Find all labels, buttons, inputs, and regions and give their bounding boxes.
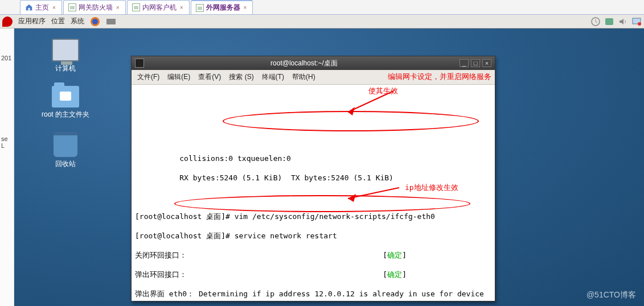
- watermark: @51CTO博客: [586, 290, 636, 300]
- desktop[interactable]: 201 se L 计算机 root 的主文件夹 回收站 root@localho…: [0, 28, 644, 306]
- vm-tab-label: 主页: [35, 3, 49, 13]
- volume-icon[interactable]: [618, 16, 628, 27]
- home-icon: [25, 3, 33, 11]
- folder-icon: [52, 86, 79, 107]
- menu-terminal[interactable]: 终端(T): [262, 72, 284, 82]
- terminal-menubar: 文件(F) 编辑(E) 查看(V) 搜索 (S) 终端(T) 帮助(H) 编辑网…: [132, 70, 495, 85]
- doc-icon: [196, 4, 204, 12]
- terminal-window[interactable]: root@localhost:~/桌面 _ □ × 文件(F) 编辑(E) 查看…: [131, 56, 495, 301]
- term-line: RX bytes:5240 (5.1 KiB) TX bytes:5240 (5…: [135, 173, 393, 182]
- vm-tab-bar: 主页 × 网关防火墙 × 内网客户机 × 外网服务器 ×: [0, 0, 644, 15]
- close-icon[interactable]: ×: [179, 5, 184, 11]
- desktop-icon-root-home[interactable]: root 的主文件夹: [34, 86, 97, 119]
- term-line: [root@localhost 桌面]# service network res…: [135, 231, 337, 240]
- doc-icon: [68, 3, 76, 11]
- vm-tab-gateway[interactable]: 网关防火墙 ×: [63, 0, 126, 14]
- desktop-icon-trash[interactable]: 回收站: [34, 132, 97, 169]
- svg-rect-2: [106, 19, 116, 24]
- annotation-text: 使其生效: [368, 86, 398, 96]
- minimize-button[interactable]: _: [460, 59, 469, 67]
- trash-icon: [54, 132, 77, 157]
- window-titlebar[interactable]: root@localhost:~/桌面 _ □ ×: [132, 56, 495, 70]
- term-line: [root@localhost 桌面]# vim /etc/sysconfig/…: [135, 212, 435, 221]
- annotation-ellipse: [223, 111, 479, 131]
- menu-system[interactable]: 系统: [71, 16, 84, 26]
- icon-label: 回收站: [55, 159, 76, 169]
- svg-line-9: [348, 188, 399, 199]
- gnome-panel: 应用程序 位置 系统: [0, 15, 644, 28]
- input-method-icon[interactable]: [604, 16, 614, 27]
- keyboard-icon[interactable]: [106, 16, 116, 27]
- computer-icon: [52, 39, 79, 61]
- svg-point-1: [92, 19, 98, 24]
- vm-tab-label: 外网服务器: [206, 3, 240, 13]
- vm-tab-label: 网关防火墙: [79, 3, 113, 13]
- clock-icon[interactable]: [590, 16, 601, 27]
- term-line: collisions:0 txqueuelen:0: [135, 154, 291, 163]
- menu-edit[interactable]: 编辑(E): [167, 72, 190, 82]
- firefox-icon[interactable]: [90, 16, 100, 27]
- annotation-text: 编辑网卡设定，并重启网络服务: [388, 72, 491, 82]
- svg-rect-4: [605, 18, 613, 25]
- sidebar-text: 201: [1, 55, 13, 61]
- close-icon[interactable]: ×: [51, 5, 57, 11]
- annotation-arrow-icon: [342, 185, 405, 202]
- maximize-button[interactable]: □: [471, 59, 480, 67]
- host-sidebar: 201 se L: [0, 28, 14, 306]
- term-line: 关闭环回接口： [确定]: [135, 251, 407, 259]
- annotation-ellipse: [174, 195, 470, 212]
- menu-help[interactable]: 帮助(H): [292, 72, 315, 82]
- menu-places[interactable]: 位置: [51, 16, 65, 26]
- vm-tab-client[interactable]: 内网客户机 ×: [127, 0, 190, 14]
- close-button[interactable]: ×: [482, 59, 491, 67]
- menu-view[interactable]: 查看(V): [198, 72, 221, 82]
- window-title: root@localhost:~/桌面: [149, 59, 460, 68]
- close-icon[interactable]: ×: [115, 5, 121, 11]
- term-line: 弹出界面 eth0： Determining if ip address 12.…: [135, 290, 484, 298]
- vm-tab-home[interactable]: 主页 ×: [20, 0, 62, 14]
- terminal-output[interactable]: 使其生效 ip地址修改生效 collisions:0 txqueuelen:0 …: [132, 85, 495, 301]
- svg-marker-8: [348, 107, 355, 115]
- terminal-icon: [135, 59, 144, 68]
- distro-logo-icon: [2, 16, 13, 27]
- menu-file[interactable]: 文件(F): [137, 72, 159, 82]
- annotation-text: ip地址修改生效: [405, 183, 458, 192]
- doc-icon: [132, 3, 140, 11]
- close-icon[interactable]: ×: [243, 5, 248, 11]
- svg-point-6: [638, 22, 641, 26]
- icon-label: 计算机: [55, 64, 76, 73]
- vm-tab-server[interactable]: 外网服务器 ×: [191, 0, 253, 14]
- svg-marker-10: [348, 194, 356, 202]
- sidebar-text: se L: [1, 135, 13, 149]
- menu-search[interactable]: 搜索 (S): [229, 72, 253, 82]
- vm-tab-label: 内网客户机: [142, 3, 177, 13]
- network-icon[interactable]: [631, 16, 642, 27]
- menu-applications[interactable]: 应用程序: [18, 16, 46, 26]
- icon-label: root 的主文件夹: [42, 110, 89, 119]
- term-line: 弹出环回接口： [确定]: [135, 270, 407, 279]
- desktop-icon-computer[interactable]: 计算机: [34, 39, 97, 73]
